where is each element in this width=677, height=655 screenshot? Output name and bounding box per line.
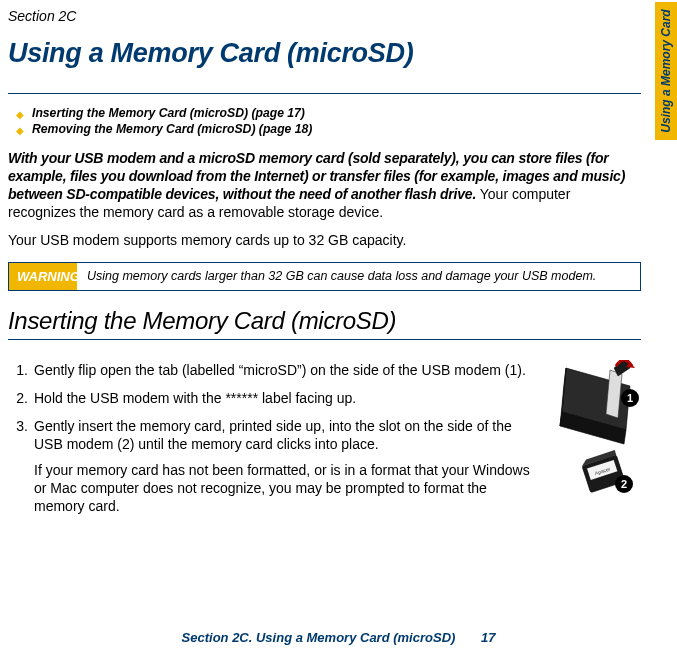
toc-item: ◆ Removing the Memory Card (microSD) (pa… xyxy=(8,122,641,136)
step-item: 3. Gently insert the memory card, printe… xyxy=(8,418,534,516)
step-item: 1. Gently flip open the tab (labelled “m… xyxy=(8,362,534,380)
callout-two: 2 xyxy=(621,478,627,490)
page-footer: Section 2C. Using a Memory Card (microSD… xyxy=(0,630,677,645)
toc-item: ◆ Inserting the Memory Card (microSD) (p… xyxy=(8,106,641,120)
section-label: Section 2C xyxy=(8,8,641,24)
subheading: Inserting the Memory Card (microSD) xyxy=(8,307,641,335)
diamond-bullet-icon: ◆ xyxy=(16,125,24,136)
callout-one: 1 xyxy=(627,392,633,404)
table-of-contents: ◆ Inserting the Memory Card (microSD) (p… xyxy=(8,106,641,136)
toc-item-text: Removing the Memory Card (microSD) (page… xyxy=(32,122,312,136)
footer-text: Section 2C. Using a Memory Card (microSD… xyxy=(182,630,456,645)
toc-item-text: Inserting the Memory Card (microSD) (pag… xyxy=(32,106,305,120)
warning-text: Using memory cards larger than 32 GB can… xyxy=(77,263,640,291)
step-text: Gently flip open the tab (labelled “micr… xyxy=(34,362,534,380)
step-number: 3. xyxy=(8,418,28,516)
title-divider xyxy=(8,93,641,94)
step-extra-text: If your memory card has not been formatt… xyxy=(34,462,534,516)
side-tab-label: Using a Memory Card xyxy=(659,9,673,132)
step-item: 2. Hold the USB modem with the ****** la… xyxy=(8,390,534,408)
step-text: Hold the USB modem with the ****** label… xyxy=(34,390,534,408)
subheading-divider xyxy=(8,339,641,340)
diamond-bullet-icon: ◆ xyxy=(16,109,24,120)
step-number: 1. xyxy=(8,362,28,380)
capacity-line: Your USB modem supports memory cards up … xyxy=(8,232,641,248)
warning-box: WARNING Using memory cards larger than 3… xyxy=(8,262,641,292)
steps-list: 1. Gently flip open the tab (labelled “m… xyxy=(8,352,542,525)
step-text: Gently insert the memory card, printed s… xyxy=(34,418,534,454)
footer-page-number: 17 xyxy=(481,630,495,645)
step-number: 2. xyxy=(8,390,28,408)
usb-modem-illustration: 1 Apacer 2 xyxy=(546,360,641,527)
page-title: Using a Memory Card (microSD) xyxy=(8,38,641,69)
intro-paragraph: With your USB modem and a microSD memory… xyxy=(8,150,641,222)
side-thumb-tab: Using a Memory Card xyxy=(655,2,677,140)
page-content: Section 2C Using a Memory Card (microSD)… xyxy=(0,0,677,527)
warning-label: WARNING xyxy=(9,263,77,291)
